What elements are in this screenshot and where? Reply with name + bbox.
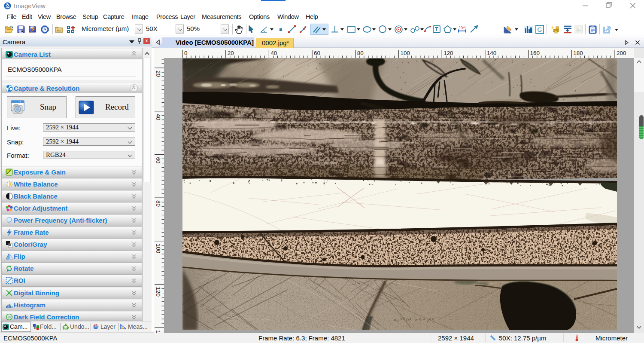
- svg-text:200: 200: [617, 50, 626, 56]
- svg-text:60: 60: [314, 50, 320, 56]
- svg-text:80: 80: [357, 50, 364, 56]
- svg-text:20: 20: [228, 50, 234, 56]
- svg-text:140: 140: [155, 330, 161, 333]
- svg-text:40: 40: [270, 50, 277, 56]
- svg-text:180: 180: [573, 50, 583, 56]
- svg-text:60: 60: [155, 157, 161, 163]
- svg-text:10µm: 10µm: [459, 26, 466, 29]
- svg-text:100: 100: [401, 50, 410, 56]
- svg-text:100: 100: [155, 244, 161, 253]
- svg-text:0: 0: [184, 50, 187, 56]
- svg-text:80: 80: [155, 200, 161, 207]
- svg-text:40: 40: [155, 114, 161, 120]
- svg-text:120: 120: [155, 287, 161, 297]
- svg-text:20: 20: [155, 70, 161, 77]
- svg-text:140: 140: [487, 50, 496, 56]
- svg-text:120: 120: [444, 50, 453, 56]
- svg-text:160: 160: [530, 50, 540, 56]
- svg-text:G: G: [538, 26, 542, 33]
